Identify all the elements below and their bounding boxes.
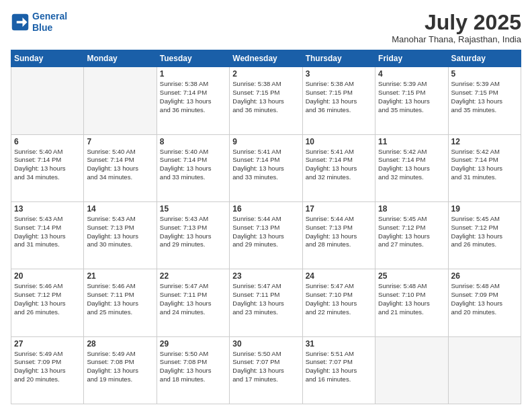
day-info: Sunrise: 5:38 AM Sunset: 7:15 PM Dayligh… <box>306 80 372 114</box>
title-block: July 2025 Manohar Thana, Rajasthan, Indi… <box>392 11 521 44</box>
day-number: 20 <box>14 271 81 281</box>
day-number: 14 <box>87 204 153 214</box>
day-number: 8 <box>160 137 226 146</box>
day-number: 5 <box>451 69 518 79</box>
day-info: Sunrise: 5:47 AM Sunset: 7:10 PM Dayligh… <box>306 282 372 316</box>
day-info: Sunrise: 5:47 AM Sunset: 7:11 PM Dayligh… <box>160 282 226 316</box>
weekday-header-row: SundayMondayTuesdayWednesdayThursdayFrid… <box>11 50 521 67</box>
day-number: 18 <box>378 204 445 214</box>
day-number: 12 <box>451 137 518 146</box>
day-cell-15: 15Sunrise: 5:43 AM Sunset: 7:13 PM Dayli… <box>157 201 229 269</box>
day-info: Sunrise: 5:48 AM Sunset: 7:09 PM Dayligh… <box>451 282 518 316</box>
day-cell-26: 26Sunrise: 5:48 AM Sunset: 7:09 PM Dayli… <box>448 269 521 336</box>
day-info: Sunrise: 5:41 AM Sunset: 7:14 PM Dayligh… <box>232 148 299 182</box>
day-info: Sunrise: 5:43 AM Sunset: 7:13 PM Dayligh… <box>87 215 153 249</box>
main-title: July 2025 <box>392 11 521 34</box>
day-info: Sunrise: 5:44 AM Sunset: 7:13 PM Dayligh… <box>306 215 372 249</box>
day-cell-23: 23Sunrise: 5:47 AM Sunset: 7:11 PM Dayli… <box>230 269 302 336</box>
day-number: 31 <box>306 339 372 349</box>
day-number: 9 <box>232 137 299 146</box>
day-number: 26 <box>451 271 518 281</box>
weekday-monday: Monday <box>84 50 157 67</box>
day-number: 22 <box>160 271 226 281</box>
day-cell-24: 24Sunrise: 5:47 AM Sunset: 7:10 PM Dayli… <box>302 269 375 336</box>
day-cell-11: 11Sunrise: 5:42 AM Sunset: 7:14 PM Dayli… <box>375 134 448 201</box>
day-cell-30: 30Sunrise: 5:50 AM Sunset: 7:07 PM Dayli… <box>230 336 302 404</box>
day-info: Sunrise: 5:42 AM Sunset: 7:14 PM Dayligh… <box>378 148 445 182</box>
subtitle: Manohar Thana, Rajasthan, India <box>392 34 521 44</box>
empty-cell <box>84 67 157 134</box>
day-info: Sunrise: 5:50 AM Sunset: 7:08 PM Dayligh… <box>160 350 226 384</box>
day-number: 16 <box>232 204 299 214</box>
day-info: Sunrise: 5:51 AM Sunset: 7:07 PM Dayligh… <box>306 350 372 384</box>
calendar-week-row: 13Sunrise: 5:43 AM Sunset: 7:14 PM Dayli… <box>11 201 521 269</box>
day-info: Sunrise: 5:39 AM Sunset: 7:15 PM Dayligh… <box>451 80 518 114</box>
day-cell-2: 2Sunrise: 5:38 AM Sunset: 7:15 PM Daylig… <box>230 67 302 134</box>
day-number: 10 <box>306 137 372 146</box>
weekday-friday: Friday <box>375 50 448 67</box>
logo-icon <box>11 13 30 32</box>
weekday-sunday: Sunday <box>11 50 84 67</box>
day-cell-28: 28Sunrise: 5:49 AM Sunset: 7:08 PM Dayli… <box>84 336 157 404</box>
day-info: Sunrise: 5:40 AM Sunset: 7:14 PM Dayligh… <box>14 148 81 182</box>
day-info: Sunrise: 5:44 AM Sunset: 7:13 PM Dayligh… <box>232 215 299 249</box>
day-cell-31: 31Sunrise: 5:51 AM Sunset: 7:07 PM Dayli… <box>302 336 375 404</box>
weekday-wednesday: Wednesday <box>230 50 302 67</box>
day-cell-25: 25Sunrise: 5:48 AM Sunset: 7:10 PM Dayli… <box>375 269 448 336</box>
day-info: Sunrise: 5:43 AM Sunset: 7:13 PM Dayligh… <box>160 215 226 249</box>
day-cell-21: 21Sunrise: 5:46 AM Sunset: 7:11 PM Dayli… <box>84 269 157 336</box>
day-number: 23 <box>232 271 299 281</box>
day-number: 6 <box>14 137 81 146</box>
day-number: 7 <box>87 137 153 146</box>
header: General Blue July 2025 Manohar Thana, Ra… <box>11 11 521 44</box>
logo-line1: General <box>32 11 67 21</box>
day-cell-1: 1Sunrise: 5:38 AM Sunset: 7:14 PM Daylig… <box>157 67 229 134</box>
calendar-week-row: 1Sunrise: 5:38 AM Sunset: 7:14 PM Daylig… <box>11 67 521 134</box>
weekday-tuesday: Tuesday <box>157 50 229 67</box>
day-number: 17 <box>306 204 372 214</box>
day-number: 3 <box>306 69 372 79</box>
day-number: 11 <box>378 137 445 146</box>
day-info: Sunrise: 5:38 AM Sunset: 7:15 PM Dayligh… <box>232 80 299 114</box>
logo-line2: Blue <box>32 22 52 33</box>
day-info: Sunrise: 5:43 AM Sunset: 7:14 PM Dayligh… <box>14 215 81 249</box>
day-info: Sunrise: 5:40 AM Sunset: 7:14 PM Dayligh… <box>87 148 153 182</box>
logo-text: General Blue <box>32 11 67 34</box>
day-cell-19: 19Sunrise: 5:45 AM Sunset: 7:12 PM Dayli… <box>448 201 521 269</box>
day-number: 19 <box>451 204 518 214</box>
calendar: SundayMondayTuesdayWednesdayThursdayFrid… <box>11 50 521 404</box>
day-info: Sunrise: 5:42 AM Sunset: 7:14 PM Dayligh… <box>451 148 518 182</box>
day-cell-14: 14Sunrise: 5:43 AM Sunset: 7:13 PM Dayli… <box>84 201 157 269</box>
empty-cell <box>375 336 448 404</box>
empty-cell <box>448 336 521 404</box>
day-info: Sunrise: 5:46 AM Sunset: 7:12 PM Dayligh… <box>14 282 81 316</box>
day-cell-20: 20Sunrise: 5:46 AM Sunset: 7:12 PM Dayli… <box>11 269 84 336</box>
day-number: 24 <box>306 271 372 281</box>
day-cell-4: 4Sunrise: 5:39 AM Sunset: 7:15 PM Daylig… <box>375 67 448 134</box>
day-number: 29 <box>160 339 226 349</box>
calendar-week-row: 6Sunrise: 5:40 AM Sunset: 7:14 PM Daylig… <box>11 134 521 201</box>
day-info: Sunrise: 5:45 AM Sunset: 7:12 PM Dayligh… <box>378 215 445 249</box>
empty-cell <box>11 67 84 134</box>
day-cell-6: 6Sunrise: 5:40 AM Sunset: 7:14 PM Daylig… <box>11 134 84 201</box>
day-number: 30 <box>232 339 299 349</box>
day-number: 21 <box>87 271 153 281</box>
calendar-week-row: 20Sunrise: 5:46 AM Sunset: 7:12 PM Dayli… <box>11 269 521 336</box>
day-cell-29: 29Sunrise: 5:50 AM Sunset: 7:08 PM Dayli… <box>157 336 229 404</box>
day-number: 15 <box>160 204 226 214</box>
day-info: Sunrise: 5:46 AM Sunset: 7:11 PM Dayligh… <box>87 282 153 316</box>
day-cell-18: 18Sunrise: 5:45 AM Sunset: 7:12 PM Dayli… <box>375 201 448 269</box>
day-cell-9: 9Sunrise: 5:41 AM Sunset: 7:14 PM Daylig… <box>230 134 302 201</box>
day-cell-17: 17Sunrise: 5:44 AM Sunset: 7:13 PM Dayli… <box>302 201 375 269</box>
day-cell-10: 10Sunrise: 5:41 AM Sunset: 7:14 PM Dayli… <box>302 134 375 201</box>
weekday-saturday: Saturday <box>448 50 521 67</box>
day-number: 13 <box>14 204 81 214</box>
day-info: Sunrise: 5:41 AM Sunset: 7:14 PM Dayligh… <box>306 148 372 182</box>
day-number: 28 <box>87 339 153 349</box>
day-cell-8: 8Sunrise: 5:40 AM Sunset: 7:14 PM Daylig… <box>157 134 229 201</box>
logo: General Blue <box>11 11 67 34</box>
day-info: Sunrise: 5:49 AM Sunset: 7:08 PM Dayligh… <box>87 350 153 384</box>
day-number: 4 <box>378 69 445 79</box>
day-info: Sunrise: 5:45 AM Sunset: 7:12 PM Dayligh… <box>451 215 518 249</box>
day-info: Sunrise: 5:40 AM Sunset: 7:14 PM Dayligh… <box>160 148 226 182</box>
